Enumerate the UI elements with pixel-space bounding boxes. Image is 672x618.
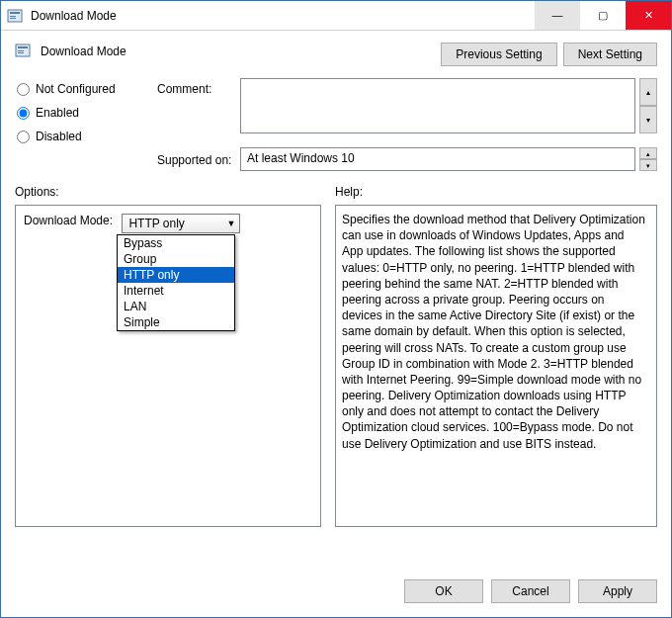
header-row: Download Mode Previous Setting Next Sett… [1, 31, 671, 74]
dropdown-option[interactable]: Group [118, 251, 234, 267]
comment-scroll-up[interactable]: ▴ [639, 78, 657, 106]
download-mode-select[interactable]: HTTP only ▼ [122, 214, 240, 233]
maximize-button[interactable]: ▢ [580, 1, 626, 30]
download-mode-selected: HTTP only [128, 217, 184, 230]
svg-rect-6 [18, 50, 24, 51]
radio-label: Not Configured [36, 82, 116, 96]
page-icon [15, 43, 35, 62]
radio-not-configured[interactable]: Not Configured [17, 82, 153, 96]
apply-button[interactable]: Apply [578, 579, 657, 603]
policy-icon [7, 8, 23, 24]
svg-rect-3 [10, 18, 16, 19]
radio-enabled[interactable]: Enabled [17, 106, 153, 120]
app-icon [1, 1, 29, 30]
supported-scroll-up[interactable]: ▴ [639, 147, 657, 159]
radio-disabled[interactable]: Disabled [17, 130, 153, 143]
radio-label: Enabled [36, 106, 79, 120]
download-mode-dropdown[interactable]: Bypass Group HTTP only Internet LAN Simp… [117, 234, 235, 331]
radio-label: Disabled [36, 130, 82, 143]
svg-rect-7 [18, 52, 24, 53]
supported-field: At least Windows 10 [240, 147, 635, 171]
comment-label: Comment: [157, 78, 236, 143]
policy-window: Download Mode — ▢ ✕ Download Mode Previo… [0, 0, 672, 618]
dropdown-option[interactable]: Internet [118, 283, 234, 299]
comment-field[interactable] [240, 78, 635, 133]
svg-rect-2 [10, 16, 16, 17]
window-title: Download Mode [29, 1, 535, 30]
next-setting-button[interactable]: Next Setting [563, 43, 657, 66]
dialog-buttons: OK Cancel Apply [1, 568, 671, 617]
options-header: Options: [15, 185, 321, 205]
comment-scroll-down[interactable]: ▾ [639, 106, 657, 133]
policy-icon [15, 43, 31, 58]
help-header: Help: [335, 185, 657, 205]
svg-rect-1 [10, 12, 20, 14]
download-mode-label: Download Mode: [24, 214, 113, 227]
supported-label: Supported on: [157, 147, 236, 171]
options-pane: Download Mode: HTTP only ▼ Bypass Group … [15, 205, 321, 527]
dropdown-option[interactable]: Bypass [118, 235, 234, 251]
minimize-button[interactable]: — [535, 1, 580, 30]
titlebar: Download Mode — ▢ ✕ [1, 1, 671, 31]
dropdown-option[interactable]: LAN [118, 299, 234, 314]
svg-rect-5 [18, 46, 28, 48]
dropdown-option[interactable]: Simple [118, 314, 234, 330]
dropdown-option[interactable]: HTTP only [118, 267, 234, 283]
page-title: Download Mode [41, 43, 441, 58]
ok-button[interactable]: OK [404, 579, 483, 603]
config-area: Not Configured Enabled Disabled Comment:… [1, 74, 671, 171]
help-pane: Specifies the download method that Deliv… [335, 205, 657, 527]
supported-scroll-down[interactable]: ▾ [639, 159, 657, 171]
chevron-down-icon: ▼ [226, 219, 235, 228]
previous-setting-button[interactable]: Previous Setting [441, 43, 556, 66]
cancel-button[interactable]: Cancel [491, 579, 570, 603]
close-button[interactable]: ✕ [626, 1, 671, 30]
